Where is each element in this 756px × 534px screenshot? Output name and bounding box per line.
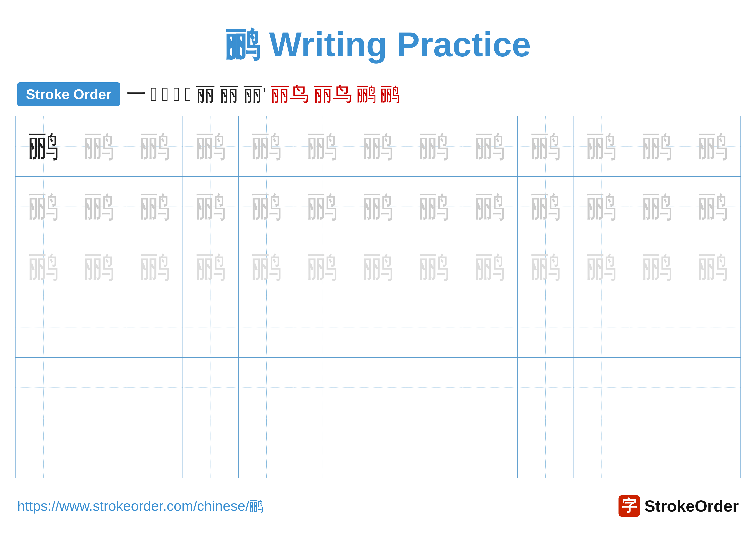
grid-cell[interactable]: 鹂 [183,116,239,176]
grid-cell[interactable] [350,357,406,418]
grid-cell[interactable] [517,418,573,478]
grid-cell[interactable] [127,357,183,418]
grid-char-light: 鹂 [363,190,393,223]
grid-char-light: 鹂 [642,129,672,163]
grid-cell[interactable]: 鹂 [350,237,406,297]
grid-cell[interactable] [629,418,685,478]
grid-cell[interactable]: 鹂 [517,116,573,176]
grid-cell[interactable]: 鹂 [629,237,685,297]
grid-cell[interactable] [629,357,685,418]
grid-cell[interactable] [294,418,350,478]
grid-cell[interactable] [517,297,573,357]
grid-cell[interactable]: 鹂 [685,237,741,297]
grid-cell[interactable] [462,357,517,418]
grid-cell[interactable] [71,297,127,357]
grid-cell[interactable]: 鹂 [71,176,127,237]
grid-char-lighter: 鹂 [698,250,728,284]
grid-cell[interactable]: 鹂 [15,116,71,176]
grid-cell[interactable] [239,418,294,478]
grid-cell[interactable] [685,357,741,418]
grid-cell[interactable]: 鹂 [406,237,462,297]
grid-cell[interactable] [685,418,741,478]
grid-cell[interactable] [183,297,239,357]
grid-cell[interactable] [71,357,127,418]
practice-grid: 鹂 鹂 鹂 鹂 鹂 鹂 鹂 鹂 鹂 鹂 鹂 鹂 鹂 鹂 鹂 鹂 鹂 [15,116,741,478]
grid-char-light: 鹂 [363,129,393,163]
grid-cell[interactable]: 鹂 [573,116,629,176]
grid-cell[interactable] [406,297,462,357]
grid-cell[interactable]: 鹂 [294,116,350,176]
grid-cell[interactable]: 鹂 [406,176,462,237]
grid-char-lighter: 鹂 [196,250,226,284]
grid-char-light: 鹂 [140,129,170,163]
grid-cell[interactable]: 鹂 [685,176,741,237]
grid-char-light: 鹂 [530,129,560,163]
stroke-2: 𠃌 [150,83,157,105]
grid-cell[interactable]: 鹂 [239,237,294,297]
grid-cell[interactable] [294,357,350,418]
grid-cell[interactable]: 鹂 [350,176,406,237]
grid-cell[interactable] [462,418,517,478]
brand-name: StrokeOrder [644,497,739,515]
grid-cell[interactable] [350,418,406,478]
grid-cell[interactable] [183,357,239,418]
grid-cell[interactable] [183,418,239,478]
grid-cell[interactable]: 鹂 [71,116,127,176]
grid-cell[interactable]: 鹂 [517,237,573,297]
title-text: Writing Practice [259,25,531,64]
grid-cell[interactable]: 鹂 [350,116,406,176]
grid-cell[interactable] [462,297,517,357]
grid-char-lighter: 鹂 [530,250,560,284]
grid-cell[interactable]: 鹂 [573,176,629,237]
grid-row-4 [15,297,741,357]
grid-cell[interactable]: 鹂 [127,176,183,237]
title-char: 鹂 [225,25,259,64]
grid-cell[interactable] [629,297,685,357]
grid-cell[interactable] [573,297,629,357]
grid-cell[interactable] [239,297,294,357]
grid-char-light: 鹂 [474,190,505,223]
grid-char-lighter: 鹂 [419,250,449,284]
grid-cell[interactable]: 鹂 [406,116,462,176]
grid-cell[interactable]: 鹂 [127,237,183,297]
grid-cell[interactable] [15,418,71,478]
grid-cell[interactable] [685,297,741,357]
grid-char-light: 鹂 [251,129,282,163]
grid-cell[interactable]: 鹂 [15,237,71,297]
grid-cell[interactable]: 鹂 [573,237,629,297]
grid-cell[interactable]: 鹂 [294,237,350,297]
grid-cell[interactable]: 鹂 [462,176,517,237]
grid-cell[interactable] [127,418,183,478]
grid-cell[interactable] [71,418,127,478]
grid-cell[interactable] [239,357,294,418]
grid-cell[interactable] [573,357,629,418]
grid-cell[interactable]: 鹂 [517,176,573,237]
grid-cell[interactable]: 鹂 [183,176,239,237]
grid-cell[interactable]: 鹂 [15,176,71,237]
grid-cell[interactable]: 鹂 [183,237,239,297]
grid-cell[interactable] [15,357,71,418]
grid-cell[interactable] [517,357,573,418]
grid-cell[interactable]: 鹂 [294,176,350,237]
grid-cell[interactable]: 鹂 [462,116,517,176]
grid-char-light: 鹂 [307,190,337,223]
grid-cell[interactable]: 鹂 [127,116,183,176]
grid-cell[interactable]: 鹂 [239,116,294,176]
grid-cell[interactable] [127,297,183,357]
grid-cell[interactable]: 鹂 [685,116,741,176]
grid-char-light: 鹂 [196,129,226,163]
grid-cell[interactable] [350,297,406,357]
grid-cell[interactable]: 鹂 [629,116,685,176]
grid-cell[interactable]: 鹂 [71,237,127,297]
grid-row-3: 鹂 鹂 鹂 鹂 鹂 鹂 鹂 鹂 鹂 鹂 鹂 鹂 鹂 [15,237,741,297]
grid-cell[interactable] [15,297,71,357]
grid-cell[interactable] [573,418,629,478]
grid-cell[interactable] [406,357,462,418]
grid-cell[interactable] [294,297,350,357]
grid-cell[interactable]: 鹂 [462,237,517,297]
grid-char-light: 鹂 [251,190,282,223]
grid-char-light: 鹂 [419,190,449,223]
grid-cell[interactable]: 鹂 [629,176,685,237]
grid-cell[interactable]: 鹂 [239,176,294,237]
grid-cell[interactable] [406,418,462,478]
